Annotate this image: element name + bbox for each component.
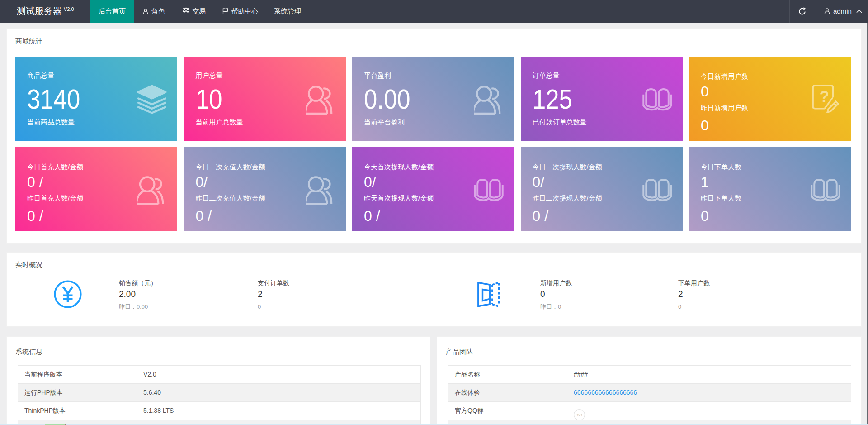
svg-text:?: ? [820, 87, 829, 105]
